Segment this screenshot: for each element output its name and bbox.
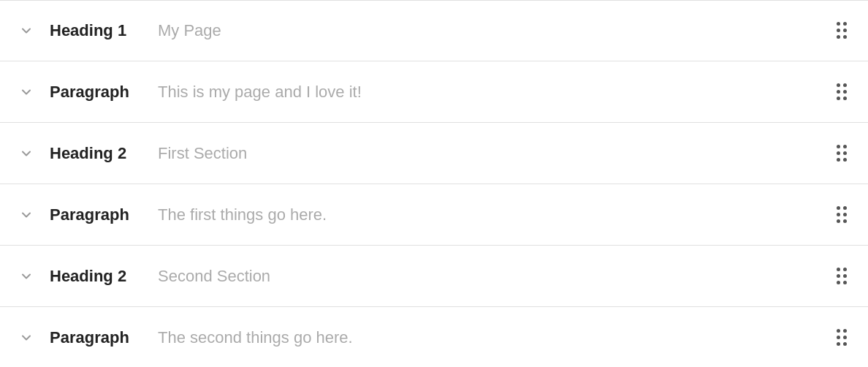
item-value-text: The second things go here.	[152, 328, 830, 347]
item-value-text: My Page	[152, 21, 830, 40]
item-value-text: The first things go here.	[152, 205, 830, 224]
item-type-label: Paragraph	[50, 83, 152, 102]
drag-handle-icon[interactable]	[830, 142, 853, 165]
item-type-label: Paragraph	[50, 205, 152, 224]
item-value-text: This is my page and I love it!	[152, 83, 830, 102]
chevron-down-icon[interactable]	[15, 326, 38, 349]
drag-handle-icon[interactable]	[830, 203, 853, 227]
item-value-text: Second Section	[152, 267, 830, 286]
chevron-down-icon[interactable]	[15, 80, 38, 104]
list-item: ParagraphThis is my page and I love it!	[0, 61, 868, 123]
item-value-text: First Section	[152, 144, 830, 163]
item-type-label: Heading 1	[50, 21, 152, 40]
chevron-down-icon[interactable]	[15, 203, 38, 227]
list-item: Heading 1My Page	[0, 0, 868, 61]
chevron-down-icon[interactable]	[15, 265, 38, 288]
outline-list: Heading 1My Page ParagraphThis is my pag…	[0, 0, 868, 367]
item-type-label: Heading 2	[50, 144, 152, 163]
drag-handle-icon[interactable]	[830, 19, 853, 42]
list-item: Heading 2Second Section	[0, 246, 868, 307]
list-item: ParagraphThe second things go here.	[0, 307, 868, 367]
chevron-down-icon[interactable]	[15, 142, 38, 165]
item-type-label: Paragraph	[50, 328, 152, 347]
drag-handle-icon[interactable]	[830, 326, 853, 349]
list-item: ParagraphThe first things go here.	[0, 184, 868, 246]
item-type-label: Heading 2	[50, 267, 152, 286]
list-item: Heading 2First Section	[0, 123, 868, 184]
drag-handle-icon[interactable]	[830, 265, 853, 288]
chevron-down-icon[interactable]	[15, 19, 38, 42]
drag-handle-icon[interactable]	[830, 80, 853, 104]
